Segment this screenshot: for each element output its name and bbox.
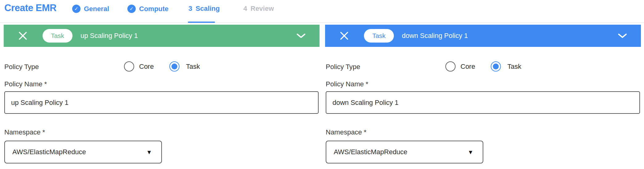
chevron-down-icon[interactable] — [296, 33, 306, 39]
policy-type-badge: Task — [43, 29, 72, 43]
radio-core[interactable] — [445, 61, 456, 72]
policy-type-label: Policy Type — [4, 63, 39, 71]
namespace-select[interactable]: AWS/ElasticMapReduce ▼ — [4, 141, 162, 163]
policy-type-badge: Task — [364, 29, 394, 43]
scaling-policy-card-up: Task up Scaling Policy 1 Policy Type Cor… — [4, 25, 320, 167]
radio-dot — [493, 64, 499, 69]
radio-task[interactable] — [169, 61, 180, 72]
radio-dot — [171, 64, 177, 69]
radio-core-label: Core — [139, 63, 154, 71]
policy-name-input[interactable] — [4, 91, 319, 114]
radio-core[interactable] — [124, 61, 134, 72]
close-icon[interactable] — [339, 31, 349, 41]
namespace-selected-value: AWS/ElasticMapReduce — [12, 148, 86, 156]
step-label: Review — [250, 5, 274, 13]
step-number: 4 — [243, 5, 247, 13]
step-label: Compute — [139, 5, 168, 13]
policy-card-title: up Scaling Policy 1 — [80, 32, 296, 40]
policy-type-label: Policy Type — [326, 63, 360, 71]
step-general[interactable]: ✓ General — [72, 5, 109, 13]
radio-task-label: Task — [186, 63, 200, 71]
step-review[interactable]: 4 Review — [243, 5, 274, 13]
policy-name-input[interactable] — [326, 91, 640, 114]
check-icon: ✓ — [72, 5, 80, 13]
policy-card-header[interactable]: Task up Scaling Policy 1 — [4, 25, 320, 47]
step-label: General — [84, 5, 109, 13]
policy-name-label: Policy Name * — [326, 80, 368, 88]
dropdown-arrow-icon: ▼ — [146, 149, 152, 155]
wizard-header: Create EMR ✓ General ✓ Compute 3 Scaling… — [0, 0, 644, 23]
close-icon[interactable] — [18, 31, 28, 41]
check-icon: ✓ — [127, 5, 136, 13]
chevron-down-icon[interactable] — [617, 33, 627, 39]
namespace-label: Namespace * — [4, 128, 45, 136]
radio-task-label: Task — [507, 63, 521, 71]
scaling-policy-card-down: Task down Scaling Policy 1 Policy Type C… — [325, 25, 641, 167]
step-compute[interactable]: ✓ Compute — [127, 5, 168, 13]
namespace-label: Namespace * — [326, 128, 366, 136]
policy-card-header[interactable]: Task down Scaling Policy 1 — [325, 25, 641, 47]
step-label: Scaling — [196, 5, 220, 13]
page-title: Create EMR — [4, 2, 56, 14]
create-emr-page: Create EMR ✓ General ✓ Compute 3 Scaling… — [0, 0, 644, 169]
dropdown-arrow-icon: ▼ — [468, 149, 473, 155]
radio-task[interactable] — [491, 61, 501, 72]
namespace-selected-value: AWS/ElasticMapReduce — [334, 148, 407, 156]
step-number: 3 — [188, 5, 192, 13]
namespace-select[interactable]: AWS/ElasticMapReduce ▼ — [326, 141, 483, 163]
policy-card-title: down Scaling Policy 1 — [402, 32, 617, 40]
step-scaling[interactable]: 3 Scaling — [188, 5, 220, 13]
radio-core-label: Core — [460, 63, 475, 71]
policy-name-label: Policy Name * — [4, 80, 47, 88]
active-tab-underline — [188, 22, 215, 23]
